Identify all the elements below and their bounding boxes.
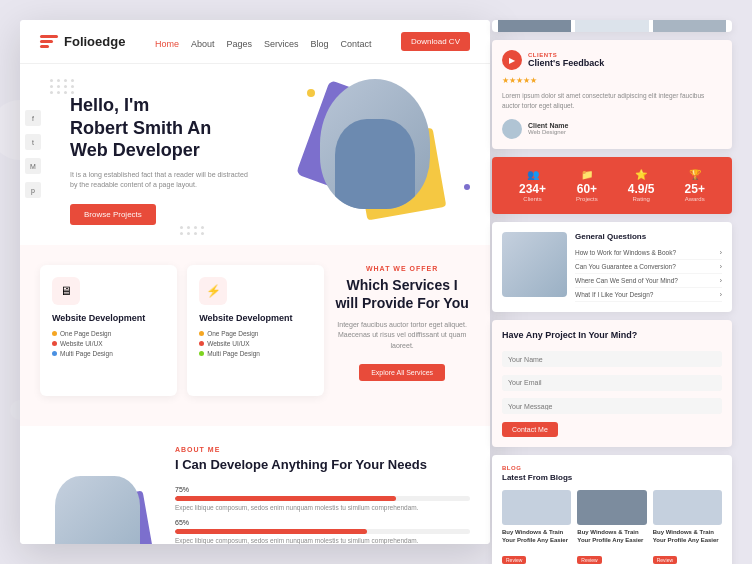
project-email-input[interactable] [502, 375, 722, 391]
blog-post-1: Buy Windows & Train Your Profile Any Eas… [502, 490, 571, 564]
hero-person-image [320, 79, 430, 209]
skill-2: 65% Expec libique composum, sedos enim n… [175, 519, 470, 544]
dots-decoration-top [50, 79, 75, 94]
skill-label-2: 65% [175, 519, 470, 526]
rp-images-section [492, 20, 732, 32]
projects-label: Projects [576, 196, 598, 202]
services-title: Which Services I will Provide For You [334, 276, 470, 312]
faq-question-3: Where Can We Send of Your Mind? [575, 277, 678, 284]
project-name-input[interactable] [502, 351, 722, 367]
faq-item-3[interactable]: Where Can We Send of Your Mind? › [575, 274, 722, 288]
social-facebook[interactable]: f [25, 110, 41, 126]
projects-value: 60+ [576, 182, 598, 196]
services-tag: WHAT WE OFFER [334, 265, 470, 272]
dot-yellow [307, 89, 315, 97]
blog-posts: Buy Windows & Train Your Profile Any Eas… [502, 490, 722, 564]
nav-links: Home About Pages Services Blog Contact [155, 33, 372, 51]
faq-question-1: How to Work for Windows & Book? [575, 249, 676, 256]
service-icon-2: ⚡ [199, 277, 227, 305]
nav-blog[interactable]: Blog [311, 39, 329, 49]
rp-stats-section: 👥 234+ Clients 📁 60+ Projects ⭐ 4.9/5 Ra… [492, 157, 732, 214]
service-card-1: 🖥 Website Development One Page Design We… [40, 265, 177, 397]
nav-contact[interactable]: Contact [341, 39, 372, 49]
blog-post-img-3 [653, 490, 722, 525]
blog-tag-3: Review [653, 556, 677, 564]
nav-home[interactable]: Home [155, 39, 179, 49]
service-item-1-3: Multi Page Design [52, 350, 165, 357]
services-header: WHAT WE OFFER Which Services I will Prov… [334, 265, 470, 382]
social-twitter[interactable]: t [25, 134, 41, 150]
clients-value: 234+ [519, 182, 546, 196]
stat-clients: 👥 234+ Clients [519, 169, 546, 202]
project-title: Have Any Project In Your Mind? [502, 330, 722, 340]
feedback-text: Lorem ipsum dolor sit amet consectetur a… [502, 91, 722, 111]
nav-pages[interactable]: Pages [226, 39, 252, 49]
blog-post-title-2: Buy Windows & Train Your Profile Any Eas… [577, 529, 646, 545]
blog-title: Latest From Blogs [502, 473, 722, 482]
service-title-2: Website Development [199, 313, 312, 325]
hero-title: Hello, I'm Robert Smith An Web Developer [70, 94, 250, 162]
faq-item-2[interactable]: Can You Guarantee a Conversion? › [575, 260, 722, 274]
projects-icon: 📁 [576, 169, 598, 180]
rp-img-1 [498, 20, 571, 32]
skill-desc-2: Expec libique composum, sedos enim nunqu… [175, 537, 470, 544]
faq-item-4[interactable]: What If I Like Your Design? › [575, 288, 722, 302]
rating-value: 4.9/5 [628, 182, 655, 196]
blog-tag: BLOG [502, 465, 722, 471]
skill-label-1: 75% [175, 486, 470, 493]
about-section: ABOUT ME I Can Develope Anything For You… [20, 426, 490, 544]
hero-person-body [335, 119, 415, 209]
browse-projects-button[interactable]: Browse Projects [70, 204, 156, 225]
blog-post-3: Buy Windows & Train Your Profile Any Eas… [653, 490, 722, 564]
service-item-2-1: One Page Design [199, 330, 312, 337]
contact-me-button[interactable]: Contact Me [502, 422, 558, 437]
blog-tag-1: Review [502, 556, 526, 564]
rp-img-3 [653, 20, 726, 32]
service-item-2-2: Website UI/UX [199, 340, 312, 347]
blog-post-img-2 [577, 490, 646, 525]
blog-post-title-3: Buy Windows & Train Your Profile Any Eas… [653, 529, 722, 545]
social-pinterest[interactable]: p [25, 182, 41, 198]
rp-reviewer: Client Name Web Designer [502, 119, 722, 139]
service-list-1: One Page Design Website UI/UX Multi Page… [52, 330, 165, 357]
service-item-1-2: Website UI/UX [52, 340, 165, 347]
rating-icon: ⭐ [628, 169, 655, 180]
faq-item-1[interactable]: How to Work for Windows & Book? › [575, 246, 722, 260]
project-message-input[interactable] [502, 398, 722, 414]
rp-blog-section: BLOG Latest From Blogs Buy Windows & Tra… [492, 455, 732, 564]
about-tag: ABOUT ME [175, 446, 470, 453]
about-image [40, 456, 160, 544]
brand-name: Folioedge [64, 34, 125, 49]
service-cards: 🖥 Website Development One Page Design We… [40, 265, 470, 397]
navbar: Folioedge Home About Pages Services Blog… [20, 20, 490, 64]
faq-arrow-1: › [720, 249, 722, 256]
nav-services[interactable]: Services [264, 39, 299, 49]
stat-awards: 🏆 25+ Awards [685, 169, 705, 202]
social-medium[interactable]: M [25, 158, 41, 174]
skill-percent-1: 75% [175, 486, 189, 493]
blog-post-title-1: Buy Windows & Train Your Profile Any Eas… [502, 529, 571, 545]
download-cv-button[interactable]: Download CV [401, 32, 470, 51]
blog-post-img-1 [502, 490, 571, 525]
blog-post-2: Buy Windows & Train Your Profile Any Eas… [577, 490, 646, 564]
rating-label: Rating [628, 196, 655, 202]
logo[interactable]: Folioedge [40, 34, 125, 49]
reviewer-name: Client Name [528, 122, 568, 129]
service-item-2-3: Multi Page Design [199, 350, 312, 357]
dots-decoration-bottom [180, 226, 205, 235]
service-icon-1: 🖥 [52, 277, 80, 305]
awards-value: 25+ [685, 182, 705, 196]
feedback-title: Client's Feedback [528, 58, 604, 68]
faq-question-2: Can You Guarantee a Conversion? [575, 263, 676, 270]
rp-faq-section: General Questions How to Work for Window… [492, 222, 732, 312]
explore-services-button[interactable]: Explore All Services [359, 364, 445, 381]
progress-bar-1 [175, 496, 470, 501]
nav-about[interactable]: About [191, 39, 215, 49]
service-list-2: One Page Design Website UI/UX Multi Page… [199, 330, 312, 357]
faq-title: General Questions [575, 232, 722, 241]
play-button[interactable]: ▶ [502, 50, 522, 70]
skill-percent-2: 65% [175, 519, 189, 526]
stat-rating: ⭐ 4.9/5 Rating [628, 169, 655, 202]
stat-projects: 📁 60+ Projects [576, 169, 598, 202]
blog-tag-2: Review [577, 556, 601, 564]
